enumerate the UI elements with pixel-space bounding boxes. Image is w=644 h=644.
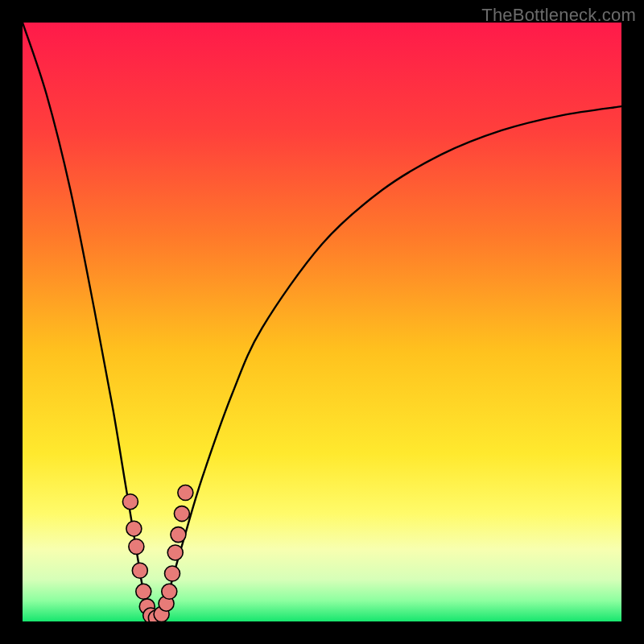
marker-dot — [129, 539, 144, 555]
marker-dot — [174, 506, 189, 522]
chart-frame: TheBottleneck.com — [0, 0, 644, 644]
marker-dot — [162, 584, 177, 599]
marker-dot — [178, 485, 193, 501]
marker-dot — [122, 494, 138, 510]
plot-area — [23, 23, 621, 621]
marker-group — [122, 485, 192, 621]
curve-layer — [23, 23, 621, 621]
marker-dot — [136, 584, 151, 599]
marker-dot — [165, 566, 180, 581]
marker-dot — [171, 527, 186, 543]
marker-dot — [126, 521, 142, 536]
bottleneck-curve — [23, 23, 621, 621]
marker-dot — [167, 545, 183, 560]
marker-dot — [132, 563, 147, 578]
watermark-text: TheBottleneck.com — [481, 5, 636, 26]
